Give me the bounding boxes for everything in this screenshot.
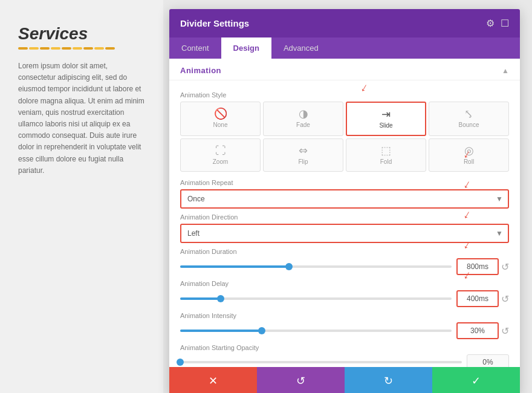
services-title: Services [18,24,145,44]
anim-btn-slide[interactable]: ⇥ Slide [346,102,426,136]
settings-icon[interactable]: ⚙ [486,18,495,29]
fold-icon: ⬚ [381,145,391,156]
anim-btn-roll[interactable]: ◎ Roll [429,138,509,172]
animation-starting-opacity-label: Animation Starting Opacity [180,344,509,351]
cancel-button[interactable]: ✕ [169,367,257,393]
save-button[interactable]: ✓ [432,367,520,393]
animation-direction-dropdown: Left Right Top Bottom ▼ [180,224,509,243]
services-underline [18,47,145,50]
fade-label: Fade [296,122,310,128]
animation-duration-thumb[interactable] [285,263,293,270]
tab-content[interactable]: Content [169,37,221,59]
redo-button[interactable]: ↻ [345,367,432,393]
modal: Divider Settings ⚙ ☐ Content Design Adva… [169,9,520,393]
slide-icon: ⇥ [381,109,391,120]
slide-label: Slide [379,122,392,129]
animation-starting-opacity-track[interactable] [180,361,462,363]
modal-wrapper: Divider Settings ⚙ ☐ Content Design Adva… [163,0,532,393]
section-collapse-toggle[interactable]: ▲ [502,67,509,75]
animation-repeat-select[interactable]: Once Loop Infinite [180,189,509,209]
animation-style-grid: 🚫 None ◑ Fade ⇥ Slide ⤣ [180,102,509,172]
section-body: Animation Style 🚫 None ◑ Fade ⇥ [169,80,520,367]
flip-icon: ⇔ [299,145,308,156]
roll-label: Roll [464,158,474,165]
fade-icon: ◑ [299,108,308,119]
anim-btn-bounce[interactable]: ⤣ Bounce [429,102,509,136]
animation-delay-label: Animation Delay [180,280,509,287]
animation-duration-reset[interactable]: ↺ [501,261,509,273]
animation-intensity-input[interactable] [456,322,499,339]
animation-delay-input[interactable] [456,290,499,307]
anim-btn-none[interactable]: 🚫 None [180,102,261,136]
animation-intensity-row: ↺ [180,322,509,339]
animation-starting-opacity-input-wrapper: 0% [467,354,509,367]
animation-delay-row: ↺ [180,290,509,307]
bounce-label: Bounce [459,122,479,128]
left-panel: Services Lorem ipsum dolor sit amet, con… [0,0,163,393]
reset-button[interactable]: ↺ [257,367,345,393]
animation-duration-input[interactable] [456,258,499,275]
animation-duration-track[interactable] [180,265,452,268]
modal-content: Animation ▲ Animation Style 🚫 None ◑ Fad… [169,59,520,367]
bounce-icon: ⤣ [464,108,473,119]
fullscreen-icon[interactable]: ☐ [501,18,509,29]
animation-delay-reset[interactable]: ↺ [501,293,509,305]
modal-header-icons: ⚙ ☐ [486,18,509,29]
animation-intensity-fill [180,330,262,332]
animation-delay-track[interactable] [180,297,452,300]
animation-intensity-label: Animation Intensity [180,312,509,319]
tab-advanced[interactable]: Advanced [271,37,331,59]
animation-delay-fill [180,297,221,300]
animation-intensity-input-wrapper: ↺ [456,322,509,339]
none-label: None [213,122,228,128]
zoom-label: Zoom [213,158,229,165]
animation-intensity-thumb[interactable] [258,327,265,334]
animation-delay-input-wrapper: ↺ [456,290,509,307]
zoom-icon: ⛶ [215,145,226,156]
animation-starting-opacity-thumb[interactable] [177,359,184,366]
animation-intensity-track[interactable] [180,330,452,332]
animation-duration-label: Animation Duration [180,248,509,255]
fold-label: Fold [380,158,392,165]
modal-tabs: Content Design Advanced [169,37,520,59]
anim-btn-fade[interactable]: ◑ Fade [263,102,343,136]
animation-repeat-label: Animation Repeat [180,179,509,186]
animation-direction-select[interactable]: Left Right Top Bottom [180,224,509,243]
animation-duration-row: ↺ [180,258,509,275]
none-icon: 🚫 [214,108,227,119]
animation-repeat-dropdown: Once Loop Infinite ▼ [180,189,509,209]
animation-starting-opacity-value: 0% [467,354,509,367]
anim-btn-flip[interactable]: ⇔ Flip [263,138,343,172]
modal-header: Divider Settings ⚙ ☐ [169,9,520,37]
anim-btn-fold[interactable]: ⬚ Fold [346,138,426,172]
animation-direction-label: Animation Direction [180,213,509,221]
animation-duration-input-wrapper: ↺ [456,258,509,275]
animation-delay-thumb[interactable] [217,295,224,302]
modal-title: Divider Settings [180,18,249,28]
section-title-animation: Animation [180,66,221,75]
modal-footer: ✕ ↺ ↻ ✓ [169,367,520,393]
animation-duration-fill [180,265,289,268]
section-header-animation: Animation ▲ [169,59,520,80]
roll-icon: ◎ [464,145,474,156]
anim-btn-zoom[interactable]: ⛶ Zoom [180,138,261,172]
tab-design[interactable]: Design [221,37,271,59]
animation-intensity-reset[interactable]: ↺ [501,325,509,337]
flip-label: Flip [298,158,308,165]
services-body: Lorem ipsum dolor sit amet, consectetur … [18,60,145,177]
animation-style-label: Animation Style [180,91,509,99]
animation-starting-opacity-row: 0% [180,354,509,367]
